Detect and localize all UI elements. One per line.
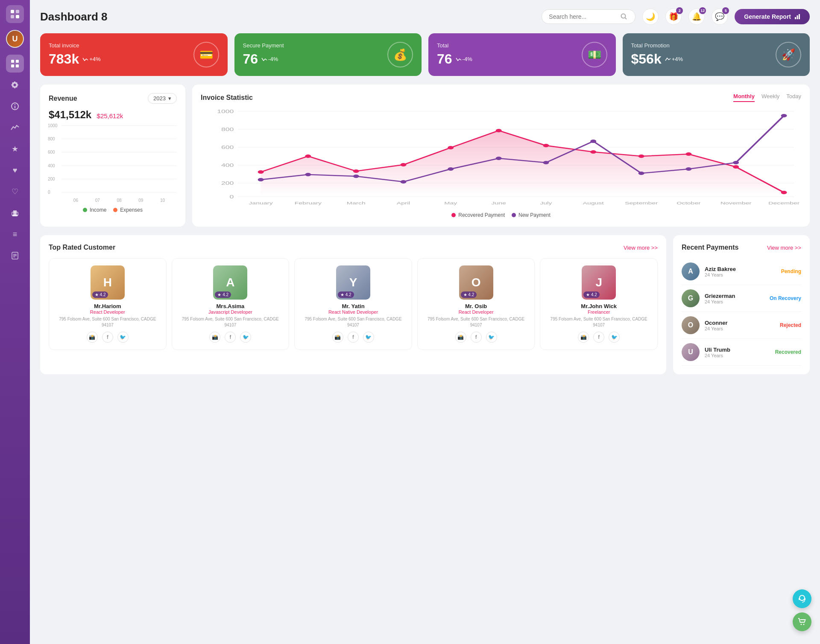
customer-address-2: 795 Folsom Ave, Suite 600 San Francisco,… xyxy=(299,316,407,328)
svg-rect-73 xyxy=(799,598,800,600)
stat-card-secure[interactable]: Secure Payment 76 -4% 💰 xyxy=(234,33,422,76)
customer-photo-0: H ★ 4.2 xyxy=(91,265,125,300)
fab-cart[interactable] xyxy=(793,612,811,631)
payment-avatar-1: G xyxy=(682,289,700,307)
sidebar-item-dashboard[interactable] xyxy=(6,55,24,73)
svg-text:October: October xyxy=(676,201,701,205)
svg-text:February: February xyxy=(295,201,322,205)
svg-text:August: August xyxy=(583,201,604,205)
customer-role-4: Freelancer xyxy=(545,309,653,315)
twitter-icon-4[interactable]: 🐦 xyxy=(609,332,620,343)
twitter-icon-2[interactable]: 🐦 xyxy=(363,332,374,343)
chart-icon xyxy=(794,14,800,20)
twitter-icon-1[interactable]: 🐦 xyxy=(240,332,251,343)
customer-photo-3: O ★ 4.2 xyxy=(459,265,493,300)
customer-socials-0: 📸 f 🐦 xyxy=(53,332,162,343)
recent-payments-view-more[interactable]: View more >> xyxy=(767,245,801,251)
tab-weekly[interactable]: Weekly xyxy=(761,93,779,102)
svg-text:December: December xyxy=(768,201,800,205)
svg-point-56 xyxy=(638,172,644,175)
svg-text:800: 800 xyxy=(221,127,234,132)
customer-role-0: React Developer xyxy=(53,309,162,315)
customer-address-1: 795 Folsom Ave, Suite 600 San Francisco,… xyxy=(176,316,285,328)
twitter-icon-0[interactable]: 🐦 xyxy=(117,332,129,343)
search-input[interactable] xyxy=(549,13,617,20)
sidebar-item-info[interactable] xyxy=(6,97,24,115)
facebook-icon-2[interactable]: f xyxy=(348,332,359,343)
svg-rect-7 xyxy=(16,64,19,67)
sidebar-item-heart[interactable]: ♥ xyxy=(6,161,24,179)
search-icon xyxy=(621,13,627,20)
customer-card-0: H ★ 4.2 Mr.Hariom React Developer 795 Fo… xyxy=(49,258,167,350)
sidebar-item-favorite[interactable]: ♡ xyxy=(6,183,24,201)
revenue-header: Revenue 2023 ▾ xyxy=(49,93,177,104)
generate-report-button[interactable]: Generate Report xyxy=(735,9,810,24)
svg-marker-35 xyxy=(261,131,784,197)
customer-rating-1: ★ 4.2 xyxy=(215,291,231,298)
customer-name-4: Mr.John Wick xyxy=(545,303,653,309)
customer-card-4: J ★ 4.2 Mr.John Wick Freelancer 795 Fols… xyxy=(540,258,658,350)
invoice-header: Invoice Statistic Monthly Weekly Today xyxy=(201,93,801,102)
sidebar-item-analytics[interactable] xyxy=(6,119,24,137)
instagram-icon-3[interactable]: 📸 xyxy=(455,332,466,343)
svg-text:200: 200 xyxy=(221,181,234,186)
stat-card-secure-info: Secure Payment 76 -4% xyxy=(243,42,388,67)
tab-monthly[interactable]: Monthly xyxy=(733,93,755,102)
svg-point-37 xyxy=(305,154,311,158)
user-avatar[interactable]: U xyxy=(6,30,24,48)
payment-name-1: Griezerman xyxy=(705,293,764,299)
svg-text:600: 600 xyxy=(221,145,234,150)
facebook-icon-4[interactable]: f xyxy=(593,332,604,343)
bottom-row: Top Rated Customer View more >> H ★ 4.2 … xyxy=(40,235,810,374)
sidebar-item-print[interactable] xyxy=(6,204,24,222)
facebook-icon-1[interactable]: f xyxy=(225,332,236,343)
twitter-icon-3[interactable]: 🐦 xyxy=(486,332,497,343)
year-select[interactable]: 2023 ▾ xyxy=(148,93,177,104)
fab-support[interactable] xyxy=(793,589,811,608)
search-box[interactable] xyxy=(542,9,636,24)
customers-grid: H ★ 4.2 Mr.Hariom React Developer 795 Fo… xyxy=(49,258,658,350)
instagram-icon-1[interactable]: 📸 xyxy=(209,332,220,343)
svg-point-47 xyxy=(781,191,787,194)
chat-badge: 5 xyxy=(722,7,729,14)
stat-card-promotion[interactable]: Total Promotion $56k +4% 🚀 xyxy=(623,33,810,76)
sidebar-item-star[interactable]: ★ xyxy=(6,140,24,158)
customers-view-more[interactable]: View more >> xyxy=(624,245,658,251)
svg-text:March: March xyxy=(347,201,366,205)
payment-avatar-2: O xyxy=(682,316,700,334)
payment-status-2: Rejected xyxy=(780,322,801,328)
gift-button[interactable]: 🎁 2 xyxy=(665,9,682,25)
stat-card-invoice[interactable]: Total invoice 783k +4% 💳 xyxy=(40,33,228,76)
sidebar-item-menu[interactable]: ≡ xyxy=(6,225,24,243)
sidebar-logo[interactable] xyxy=(6,5,24,23)
tab-today[interactable]: Today xyxy=(786,93,801,102)
svg-point-46 xyxy=(733,165,739,169)
payment-item-2: O Oconner 24 Years Rejected xyxy=(682,312,801,339)
instagram-icon-2[interactable]: 📸 xyxy=(332,332,343,343)
svg-point-41 xyxy=(496,129,502,132)
sidebar-item-reports[interactable] xyxy=(6,247,24,265)
payment-item-3: U Uli Trumb 24 Years Recovered xyxy=(682,339,801,366)
customer-photo-2: Y ★ 4.2 xyxy=(336,265,370,300)
svg-text:1000: 1000 xyxy=(217,109,234,114)
notifications-button[interactable]: 🔔 12 xyxy=(688,9,705,25)
payment-age-0: 24 Years xyxy=(705,272,776,277)
facebook-icon-3[interactable]: f xyxy=(471,332,482,343)
svg-rect-22 xyxy=(799,14,800,19)
svg-text:April: April xyxy=(397,201,410,205)
customer-name-1: Mrs.Asima xyxy=(176,303,285,309)
instagram-icon-4[interactable]: 📸 xyxy=(578,332,589,343)
customer-rating-4: ★ 4.2 xyxy=(583,291,600,298)
svg-rect-0 xyxy=(11,10,14,13)
messages-button[interactable]: 💬 5 xyxy=(712,9,728,25)
sidebar-item-settings[interactable] xyxy=(6,76,24,94)
stat-card-total[interactable]: Total 76 -4% 💵 xyxy=(428,33,616,76)
legend-recovered: Recovered Payment xyxy=(451,212,505,218)
instagram-icon-0[interactable]: 📸 xyxy=(87,332,98,343)
dark-mode-toggle[interactable]: 🌙 xyxy=(642,9,659,25)
total-icon-circle: 💵 xyxy=(582,42,607,67)
customer-address-3: 795 Folsom Ave, Suite 600 San Francisco,… xyxy=(422,316,530,328)
stat-card-total-info: Total 76 -4% xyxy=(437,42,582,67)
customer-socials-1: 📸 f 🐦 xyxy=(176,332,285,343)
facebook-icon-0[interactable]: f xyxy=(102,332,113,343)
